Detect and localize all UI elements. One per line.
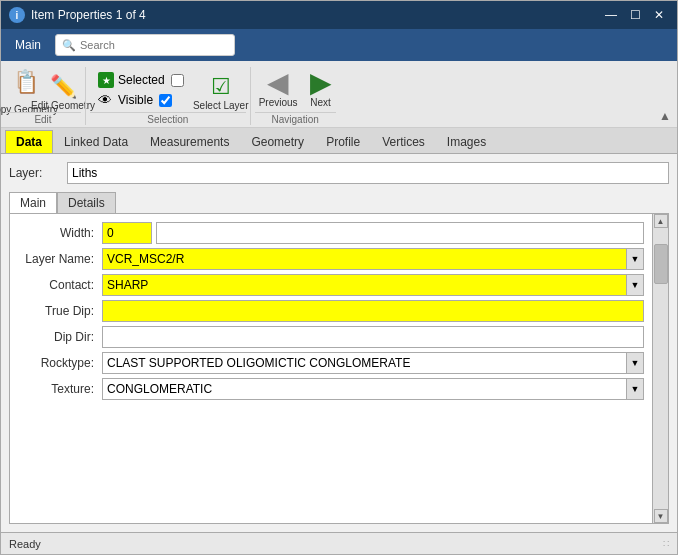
true-dip-label: True Dip: (18, 304, 98, 318)
scroll-thumb[interactable] (654, 244, 668, 284)
toolbar-edit-buttons: 📋 📋 Copy Geometry ✏️ Edit Geometry (5, 74, 81, 110)
tab-geometry[interactable]: Geometry (240, 130, 315, 153)
layer-input[interactable] (67, 162, 669, 184)
vertical-scrollbar[interactable]: ▲ ▼ (652, 214, 668, 523)
sub-tabs: Main Details (9, 192, 669, 213)
select-layer-icon: ☑ (211, 74, 231, 100)
tab-profile[interactable]: Profile (315, 130, 371, 153)
tab-data[interactable]: Data (5, 130, 53, 153)
layer-row: Layer: (9, 162, 669, 184)
visible-row: 👁 Visible (98, 92, 184, 108)
toolbar-selection-inner: ★ Selected 👁 Visible ☑ Select L (90, 70, 246, 110)
close-button[interactable]: ✕ (649, 5, 669, 25)
scroll-down-btn[interactable]: ▼ (654, 509, 668, 523)
separator-2 (250, 67, 251, 125)
width-input[interactable] (102, 222, 152, 244)
title-bar: i Item Properties 1 of 4 ― ☐ ✕ (1, 1, 677, 29)
edit-icon: ✏️ (50, 74, 77, 100)
texture-row: Texture: ▼ (18, 378, 644, 400)
main-menu-item[interactable]: Main (9, 36, 47, 54)
rocktype-input[interactable] (102, 352, 626, 374)
info-icon: i (9, 7, 25, 23)
sub-tab-main[interactable]: Main (9, 192, 57, 213)
tab-images[interactable]: Images (436, 130, 497, 153)
next-button[interactable]: ▶ Next (306, 67, 336, 110)
selected-label: Selected (118, 73, 165, 87)
status-bar: Ready ∷ (1, 532, 677, 554)
layer-name-input[interactable] (102, 248, 626, 270)
select-layer-button[interactable]: ☑ Select Layer (196, 74, 246, 110)
dip-dir-row: Dip Dir: (18, 326, 644, 348)
texture-input[interactable] (102, 378, 626, 400)
layer-name-label: Layer Name: (18, 252, 98, 266)
selected-row: ★ Selected (98, 72, 184, 88)
layer-name-field: ▼ (102, 248, 644, 270)
toolbar-edit-group: 📋 📋 Copy Geometry ✏️ Edit Geometry Edit (5, 74, 81, 125)
contact-label: Contact: (18, 278, 98, 292)
previous-button[interactable]: ◀ Previous (255, 67, 302, 110)
resize-grip[interactable]: ∷ (663, 538, 669, 549)
separator-1 (85, 67, 86, 125)
visible-eye-icon: 👁 (98, 92, 112, 108)
search-input[interactable] (80, 39, 228, 51)
edit-geometry-button[interactable]: ✏️ Edit Geometry (45, 74, 81, 110)
rocktype-field: ▼ (102, 352, 644, 374)
width-row: Width: (18, 222, 644, 244)
content-area: Layer: Main Details Width: Layer Name: (1, 154, 677, 532)
selection-group-label: Selection (90, 112, 246, 125)
search-box: 🔍 (55, 34, 235, 56)
layer-name-row: Layer Name: ▼ (18, 248, 644, 270)
contact-input[interactable] (102, 274, 626, 296)
minimize-button[interactable]: ― (601, 5, 621, 25)
collapse-icon: ▲ (659, 109, 671, 123)
previous-label: Previous (259, 97, 298, 108)
toolbar-collapse-btn[interactable]: ▲ (657, 107, 673, 125)
tab-measurements[interactable]: Measurements (139, 130, 240, 153)
navigation-group-label: Navigation (255, 112, 336, 125)
toolbar-main-row: 📋 📋 Copy Geometry ✏️ Edit Geometry Edit (1, 65, 677, 127)
sub-tab-details[interactable]: Details (57, 192, 116, 213)
next-label: Next (310, 97, 331, 108)
rocktype-dropdown-btn[interactable]: ▼ (626, 352, 644, 374)
width-label: Width: (18, 226, 98, 240)
width-extra (156, 222, 644, 244)
form-content: Width: Layer Name: ▼ Contact: (10, 214, 652, 523)
visible-checkbox[interactable] (159, 94, 172, 107)
contact-row: Contact: ▼ (18, 274, 644, 296)
status-text: Ready (9, 538, 41, 550)
selection-options: ★ Selected 👁 Visible (90, 70, 192, 110)
rocktype-label: Rocktype: (18, 356, 98, 370)
main-window: i Item Properties 1 of 4 ― ☐ ✕ Main 🔍 📋 (0, 0, 678, 555)
layer-field-label: Layer: (9, 166, 59, 180)
toolbar-navigation-group: ◀ Previous ▶ Next Navigation (255, 67, 336, 125)
visible-label: Visible (118, 93, 153, 107)
form-area: Width: Layer Name: ▼ Contact: (9, 213, 669, 524)
true-dip-input[interactable] (102, 300, 644, 322)
toolbar: 📋 📋 Copy Geometry ✏️ Edit Geometry Edit (1, 61, 677, 128)
tab-vertices[interactable]: Vertices (371, 130, 436, 153)
toolbar-selection-group: ★ Selected 👁 Visible ☑ Select L (90, 70, 246, 125)
dip-dir-label: Dip Dir: (18, 330, 98, 344)
true-dip-row: True Dip: (18, 300, 644, 322)
contact-field: ▼ (102, 274, 644, 296)
layer-name-dropdown-btn[interactable]: ▼ (626, 248, 644, 270)
selected-star-icon: ★ (98, 72, 114, 88)
dip-dir-input[interactable] (102, 326, 644, 348)
window-title: Item Properties 1 of 4 (31, 8, 601, 22)
selected-checkbox[interactable] (171, 74, 184, 87)
search-icon: 🔍 (62, 39, 76, 52)
menu-bar: Main 🔍 (1, 29, 677, 61)
contact-dropdown-btn[interactable]: ▼ (626, 274, 644, 296)
next-arrow-icon: ▶ (310, 69, 332, 97)
window-controls: ― ☐ ✕ (601, 5, 669, 25)
select-layer-label: Select Layer (193, 100, 249, 111)
scroll-up-btn[interactable]: ▲ (654, 214, 668, 228)
texture-dropdown-btn[interactable]: ▼ (626, 378, 644, 400)
texture-field: ▼ (102, 378, 644, 400)
tab-linked-data[interactable]: Linked Data (53, 130, 139, 153)
rocktype-row: Rocktype: ▼ (18, 352, 644, 374)
maximize-button[interactable]: ☐ (625, 5, 645, 25)
toolbar-nav-inner: ◀ Previous ▶ Next (255, 67, 336, 110)
tabs-bar: Data Linked Data Measurements Geometry P… (1, 128, 677, 154)
texture-label: Texture: (18, 382, 98, 396)
